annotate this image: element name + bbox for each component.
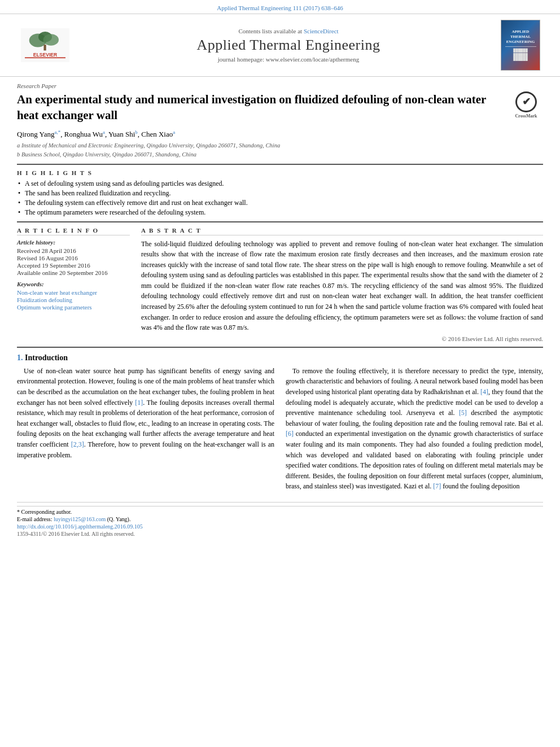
cover-title: APPLIEDTHERMALENGINEERING [506, 29, 535, 45]
authors-line: Qirong Yanga,*, Ronghua Wua, Yuan Shib, … [17, 129, 543, 139]
svg-rect-6 [25, 57, 65, 58]
history-available: Available online 20 September 2016 [17, 269, 130, 276]
cite-2-3[interactable]: [2,3] [71, 440, 84, 448]
section-title: Introduction [25, 353, 68, 362]
highlights-heading: H I G H L I G H T S [17, 169, 543, 176]
intro-col1: Use of non-clean water source heat pump … [17, 366, 274, 495]
intro-heading: 1. Introduction [17, 353, 543, 362]
journal-citation: Applied Thermal Engineering 111 (2017) 6… [217, 5, 343, 11]
article-info-heading: A R T I C L E I N F O [17, 227, 130, 235]
svg-text:ELSEVIER: ELSEVIER [33, 52, 58, 58]
abstract-text: The solid-liquid fluidized defouling tec… [141, 239, 543, 333]
history-revised: Revised 16 August 2016 [17, 255, 130, 261]
cite-1[interactable]: [1] [135, 399, 143, 407]
author-yuan: Yuan Shi [108, 130, 135, 138]
svg-point-3 [43, 34, 59, 46]
keyword-3: Optimum working parameters [17, 304, 130, 311]
intro-col2: To remove the fouling effectively, it is… [286, 366, 543, 495]
highlight-item-3: The defouling system can effectively rem… [17, 199, 543, 207]
keyword-2: Fluidization defouling [17, 296, 130, 303]
affiliation-b: b Business School, Qingdao University, Q… [17, 150, 543, 159]
journal-homepage: journal homepage: www.elsevier.com/locat… [79, 56, 498, 63]
author-chen: Chen Xiao [141, 130, 173, 138]
divider-after-highlights [17, 221, 543, 222]
history-received: Received 28 April 2016 [17, 247, 130, 254]
page-footer: * Corresponding author. E-mail address: … [17, 502, 543, 537]
paper-type-label: Research Paper [17, 82, 543, 89]
email-note: E-mail address: luyingyi125@163.com (Q. … [17, 516, 543, 522]
svg-rect-4 [43, 45, 46, 50]
issn-line: 1359-4311/© 2016 Elsevier Ltd. All right… [17, 531, 543, 537]
info-abstract-section: A R T I C L E I N F O Article history: R… [17, 227, 543, 342]
journal-cover-logo-area: APPLIEDTHERMALENGINEERING ██████ ██████ … [498, 20, 543, 71]
affiliation-a: a Institute of Mechanical and Electronic… [17, 141, 543, 150]
sciencedirect-link[interactable]: ScienceDirect [304, 28, 339, 34]
introduction-text: Use of non-clean water source heat pump … [17, 366, 543, 495]
elsevier-logo-area: ELSEVIER [11, 28, 79, 62]
header-center: Contents lists available at ScienceDirec… [79, 28, 498, 63]
journal-cover-box: APPLIEDTHERMALENGINEERING ██████ ██████ … [501, 20, 540, 71]
highlight-item-4: The optimum parameters were researched o… [17, 208, 543, 217]
cite-4[interactable]: [4] [480, 388, 488, 396]
author-ronghua: Ronghua Wu [64, 130, 103, 138]
crossmark-label: CrossMark [515, 113, 537, 120]
highlights-section: H I G H L I G H T S A set of defouling s… [17, 169, 543, 217]
email-link[interactable]: luyingyi125@163.com [54, 516, 106, 522]
crossmark-box[interactable]: ✔ CrossMark [509, 91, 543, 120]
copyright-line: © 2016 Elsevier Ltd. All rights reserved… [141, 335, 543, 342]
page: Applied Thermal Engineering 111 (2017) 6… [0, 0, 560, 747]
cite-7[interactable]: [7] [433, 482, 441, 490]
corresponding-note: * Corresponding author. [17, 509, 543, 515]
article-history-label: Article history: [17, 239, 130, 246]
introduction-section: 1. Introduction Use of non-clean water s… [17, 353, 543, 495]
header-area: ELSEVIER Contents lists available at Sci… [0, 14, 560, 77]
section-number: 1. [17, 353, 23, 362]
divider-after-authors [17, 164, 543, 165]
divider-after-abstract [17, 347, 543, 348]
keywords-heading: Keywords: [17, 281, 130, 287]
keyword-1: Non-clean water heat exchanger [17, 289, 130, 296]
cite-6[interactable]: [6] [286, 430, 294, 438]
author-qirong: Qirong Yang [17, 130, 54, 138]
elsevier-logo-icon: ELSEVIER [17, 28, 73, 62]
highlights-list: A set of defouling system using sand as … [17, 180, 543, 217]
history-accepted: Accepted 19 September 2016 [17, 262, 130, 269]
intro-col1-p1: Use of non-clean water source heat pump … [17, 366, 274, 460]
article-title-container: An experimental study and numerical inve… [17, 91, 543, 124]
journal-top-bar: Applied Thermal Engineering 111 (2017) 6… [0, 0, 560, 14]
article-title: An experimental study and numerical inve… [17, 93, 486, 122]
cite-5[interactable]: [5] [459, 409, 467, 417]
highlight-item-1: A set of defouling system using sand as … [17, 180, 543, 188]
contents-line: Contents lists available at ScienceDirec… [79, 28, 498, 34]
intro-col2-p1: To remove the fouling effectively, it is… [286, 366, 543, 492]
journal-main-title: Applied Thermal Engineering [79, 37, 498, 54]
doi-line[interactable]: http://dx.doi.org/10.1016/j.applthermale… [17, 523, 543, 530]
abstract-col: A B S T R A C T The solid-liquid fluidiz… [141, 227, 543, 342]
affiliations: a Institute of Mechanical and Electronic… [17, 141, 543, 159]
article-info-col: A R T I C L E I N F O Article history: R… [17, 227, 130, 342]
main-content: Research Paper An experimental study and… [0, 77, 560, 543]
abstract-heading: A B S T R A C T [141, 227, 543, 235]
crossmark-icon: ✔ [515, 91, 537, 112]
highlight-item-2: The sand has been realized fluidization … [17, 189, 543, 198]
